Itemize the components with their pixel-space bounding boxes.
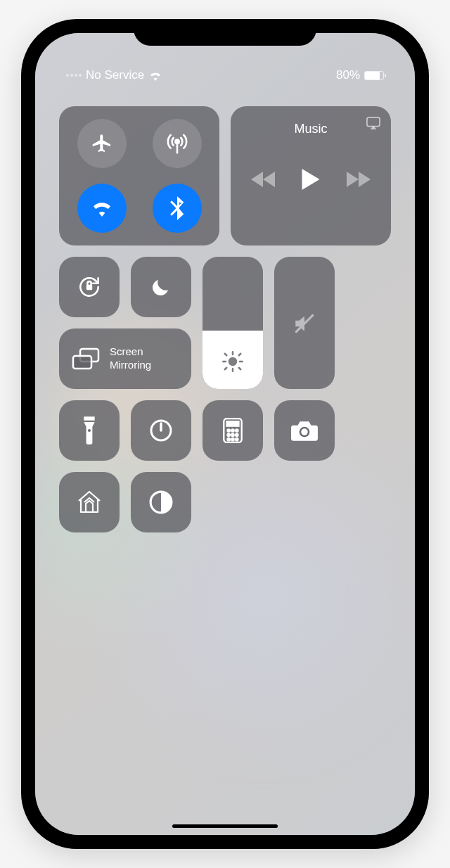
screen-mirroring-label: ScreenMirroring bbox=[110, 345, 151, 372]
orientation-lock-icon bbox=[76, 274, 103, 300]
volume-mute-icon bbox=[292, 312, 316, 336]
airplane-icon bbox=[91, 132, 113, 155]
notch bbox=[134, 19, 316, 46]
flashlight-button[interactable] bbox=[59, 400, 120, 461]
svg-rect-2 bbox=[367, 117, 380, 127]
home-indicator[interactable] bbox=[172, 824, 278, 828]
svg-point-25 bbox=[236, 434, 238, 436]
media-title: Music bbox=[242, 122, 380, 136]
home-icon bbox=[76, 490, 103, 515]
svg-point-30 bbox=[301, 428, 307, 435]
rewind-button[interactable] bbox=[251, 172, 275, 187]
dark-mode-button[interactable] bbox=[131, 472, 191, 532]
bluetooth-icon bbox=[169, 196, 185, 220]
battery-icon bbox=[364, 71, 384, 80]
do-not-disturb-button[interactable] bbox=[131, 257, 191, 317]
battery-percent: 80% bbox=[336, 68, 360, 82]
svg-point-27 bbox=[231, 438, 233, 440]
airplay-icon bbox=[366, 116, 381, 130]
svg-point-24 bbox=[231, 434, 233, 436]
screen: No Service 80% bbox=[35, 33, 415, 835]
screen-mirroring-icon bbox=[72, 347, 100, 370]
timer-button[interactable] bbox=[131, 400, 191, 461]
wifi-icon bbox=[148, 70, 162, 81]
airplane-mode-button[interactable] bbox=[77, 119, 127, 168]
play-button[interactable] bbox=[302, 169, 320, 190]
orientation-lock-button[interactable] bbox=[59, 257, 120, 317]
fast-forward-button[interactable] bbox=[347, 172, 371, 187]
brightness-icon bbox=[222, 351, 243, 372]
calculator-button[interactable] bbox=[202, 400, 263, 461]
camera-button[interactable] bbox=[274, 400, 335, 461]
svg-line-14 bbox=[225, 368, 227, 370]
calculator-icon bbox=[223, 418, 243, 443]
svg-point-16 bbox=[88, 429, 91, 432]
svg-point-20 bbox=[227, 429, 229, 431]
bluetooth-button[interactable] bbox=[153, 184, 202, 233]
svg-line-13 bbox=[239, 354, 241, 356]
cellular-data-button[interactable] bbox=[153, 119, 202, 168]
svg-rect-19 bbox=[227, 421, 239, 426]
brightness-slider[interactable] bbox=[202, 257, 263, 389]
svg-point-6 bbox=[229, 358, 236, 365]
screen-mirroring-button[interactable]: ScreenMirroring bbox=[59, 328, 191, 389]
phone-frame: No Service 80% bbox=[21, 19, 429, 849]
wifi-icon bbox=[91, 199, 113, 217]
timer-icon bbox=[148, 418, 174, 443]
svg-rect-5 bbox=[73, 356, 91, 369]
flashlight-icon bbox=[82, 416, 97, 445]
volume-slider[interactable] bbox=[274, 257, 335, 389]
contrast-icon bbox=[149, 490, 173, 514]
svg-line-11 bbox=[225, 354, 227, 356]
cellular-antenna-icon bbox=[166, 132, 188, 155]
cell-signal-icon bbox=[66, 74, 82, 77]
svg-line-12 bbox=[239, 368, 241, 370]
wifi-button[interactable] bbox=[77, 184, 127, 233]
connectivity-group[interactable] bbox=[59, 106, 219, 245]
svg-point-28 bbox=[236, 438, 238, 440]
media-playback-tile[interactable]: Music bbox=[231, 106, 391, 245]
camera-icon bbox=[290, 420, 319, 441]
svg-point-22 bbox=[236, 429, 238, 431]
control-center: Music bbox=[35, 82, 415, 532]
svg-point-21 bbox=[231, 429, 233, 431]
moon-icon bbox=[150, 276, 172, 298]
carrier-label: No Service bbox=[86, 68, 144, 82]
svg-point-23 bbox=[227, 434, 229, 436]
home-button[interactable] bbox=[59, 472, 120, 532]
svg-point-26 bbox=[227, 438, 229, 440]
